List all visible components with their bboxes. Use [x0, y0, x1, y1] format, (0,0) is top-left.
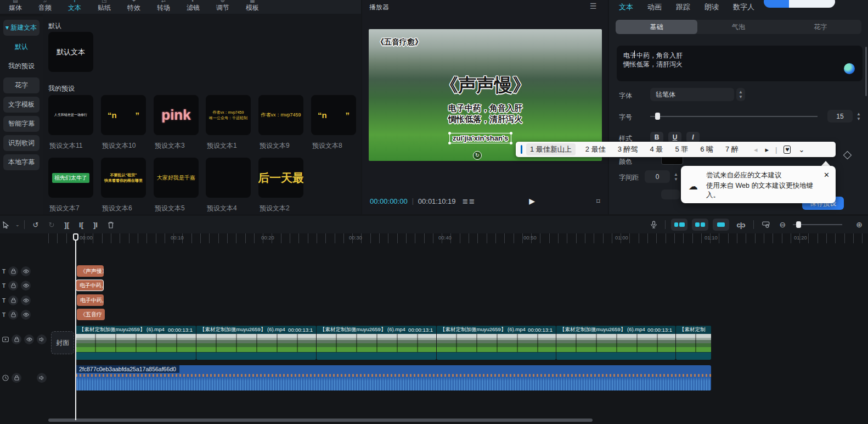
preset-tile-4[interactable]: [206, 158, 251, 198]
audio-clip[interactable]: 2fc877c0eb3aabfda25a17a856af66d0: [76, 365, 711, 390]
preset-tile-6[interactable]: 不要乱认“祖宗”快来看看你的根在哪里: [101, 158, 146, 198]
preset-tile-8[interactable]: “n”: [311, 95, 356, 135]
lock-icon[interactable]: [12, 373, 21, 383]
preset-tile-1[interactable]: 作者vx：mvp7459唯一公众号：千运轻制: [206, 95, 251, 135]
playhead-handle[interactable]: [73, 233, 78, 241]
tab-filter[interactable]: ◐滤镜: [184, 0, 202, 14]
zoom-out-icon[interactable]: ⊖: [780, 220, 786, 229]
sidebar-item-my-presets[interactable]: 我的预设: [3, 58, 40, 74]
ruler-tool-icon[interactable]: [762, 221, 770, 228]
spacing-value[interactable]: 0: [645, 170, 670, 183]
keyframe-diamond-icon[interactable]: [843, 151, 852, 160]
ime-composition-box[interactable]: zui'jia'xin'shan's: [449, 133, 511, 143]
spacing-stepper[interactable]: ▲▼: [672, 171, 680, 182]
preset-tile-3[interactable]: pink: [154, 95, 199, 135]
hidden-row-control[interactable]: [661, 189, 680, 199]
bold-button[interactable]: B: [650, 132, 663, 143]
record-voiceover-icon[interactable]: [651, 221, 657, 228]
default-text-tile[interactable]: 默认文本: [48, 32, 93, 72]
ime-emoji-panel-icon[interactable]: ♥: [784, 146, 791, 154]
timeline-scrollbar[interactable]: [48, 419, 593, 422]
text-clip[interactable]: 电子中药,: [77, 294, 104, 306]
visibility-eye-icon[interactable]: [24, 334, 34, 344]
inspector-tab-animation[interactable]: 动画: [647, 2, 662, 12]
subtab-fancy[interactable]: 花字: [780, 20, 861, 34]
visibility-eye-icon[interactable]: [21, 266, 31, 276]
split-left-icon[interactable]: I[: [79, 221, 83, 229]
tab-text[interactable]: T文本: [66, 0, 83, 14]
preset-tile-10[interactable]: “n”: [101, 95, 146, 135]
sidebar-item-default[interactable]: 默认: [3, 39, 40, 55]
linkage-toggle-icon[interactable]: [692, 219, 708, 231]
tab-adjust[interactable]: ⚙调节: [214, 0, 232, 14]
visibility-eye-icon[interactable]: [21, 295, 31, 305]
inspector-tab-text[interactable]: 文本: [619, 2, 633, 12]
playhead-line[interactable]: [75, 233, 76, 420]
overlay-main-title[interactable]: 《声声慢》: [369, 73, 602, 98]
font-stepper[interactable]: ▲▼: [736, 88, 745, 101]
text-content-input[interactable]: 电子中药，角音入肝 惆怅低落，清肝泻火: [617, 46, 863, 81]
selection-handle[interactable]: [510, 142, 512, 144]
rotate-handle-icon[interactable]: ↻: [473, 151, 482, 160]
timeline-zoom-slider[interactable]: [793, 224, 842, 225]
ime-prev-page-icon[interactable]: ◂: [754, 146, 758, 154]
preset-tile-5[interactable]: 大家好我是千嘉: [154, 158, 199, 198]
preset-tile-11[interactable]: 人生和错差是一场修行: [48, 95, 93, 135]
mute-speaker-icon[interactable]: [37, 373, 47, 383]
font-select[interactable]: 毡笔体: [650, 88, 734, 101]
undo-icon[interactable]: ↺: [33, 221, 39, 229]
sidebar-item-new-text[interactable]: ▾ 新建文本: [3, 20, 40, 36]
size-stepper[interactable]: ▲▼: [855, 111, 863, 122]
text-clip-selected[interactable]: 电子中药,: [76, 280, 104, 291]
ime-candidate-5[interactable]: 5 罪: [675, 144, 688, 154]
inspector-scrollbar[interactable]: [865, 47, 867, 96]
video-clip-partial[interactable]: 【素材定制: [676, 326, 711, 360]
text-clip[interactable]: 《声声慢》: [77, 265, 104, 277]
subtab-bubble[interactable]: 气泡: [697, 20, 779, 34]
link-clips-toggle-icon[interactable]: [713, 219, 729, 231]
lock-icon[interactable]: [8, 281, 18, 291]
visibility-eye-icon[interactable]: [21, 310, 31, 320]
visibility-eye-icon[interactable]: [21, 281, 31, 291]
italic-button[interactable]: I: [686, 132, 700, 143]
video-clip[interactable]: 【素材定制加微muyu2659】 (6).mp400:00:13:1: [196, 326, 316, 360]
lock-icon[interactable]: [12, 334, 21, 344]
inspector-tab-tracking[interactable]: 跟踪: [676, 2, 690, 12]
inspector-tab-digital-human[interactable]: 数字人: [733, 2, 754, 12]
inspector-tab-reading[interactable]: 朗读: [704, 2, 719, 12]
size-slider-handle[interactable]: [655, 113, 660, 120]
selection-handle[interactable]: [448, 132, 451, 135]
zoom-in-icon[interactable]: ⊕: [856, 220, 863, 229]
ime-candidate-2[interactable]: 2 最佳: [585, 144, 606, 154]
underline-button[interactable]: U: [668, 132, 681, 143]
ime-candidate-7[interactable]: 7 醉: [725, 144, 739, 154]
select-tool-chevron-icon[interactable]: ⌄: [15, 222, 20, 227]
sidebar-item-text-template[interactable]: 文字模板: [3, 97, 40, 113]
lock-icon[interactable]: [8, 295, 18, 305]
tab-media[interactable]: ▤媒体: [7, 0, 24, 14]
play-button[interactable]: ▶: [529, 197, 535, 205]
ime-expand-chevron-icon[interactable]: ⌄: [798, 146, 804, 154]
preset-tile-7[interactable]: 祖先们太牛了: [48, 158, 93, 198]
preset-tile-2[interactable]: 后一天最: [258, 158, 303, 198]
ai-assistant-icon[interactable]: [844, 63, 855, 74]
size-value[interactable]: 15: [827, 110, 853, 122]
select-tool-icon[interactable]: [2, 221, 9, 228]
mute-speaker-icon[interactable]: [37, 334, 47, 344]
video-clip[interactable]: 【素材定制加微muyu2659】 (6).mp400:00:13:1: [556, 326, 675, 360]
text-clip[interactable]: 《五音疗: [77, 309, 105, 320]
selection-handle[interactable]: [510, 132, 512, 135]
preview-quality-icon[interactable]: ⌑: [596, 197, 600, 205]
split-icon[interactable]: ][: [64, 221, 69, 229]
redo-icon[interactable]: ↻: [48, 221, 54, 229]
tab-transition[interactable]: ⇄转场: [155, 0, 172, 14]
video-clip[interactable]: 【素材定制加微muyu2659】 (6).mp400:00:13:1: [437, 326, 556, 360]
ime-candidate-4[interactable]: 4 最: [650, 144, 663, 154]
ime-next-page-icon[interactable]: ▸: [765, 146, 769, 154]
tab-template[interactable]: ▦模板: [244, 0, 261, 14]
zoom-slider-handle[interactable]: [796, 221, 801, 228]
sidebar-item-auto-captions[interactable]: 智能字幕: [3, 116, 40, 132]
preview-axis-icon[interactable]: c|ɔ: [736, 221, 745, 229]
lock-icon[interactable]: [8, 266, 18, 276]
ime-candidate-3[interactable]: 3 醉驾: [618, 144, 638, 154]
